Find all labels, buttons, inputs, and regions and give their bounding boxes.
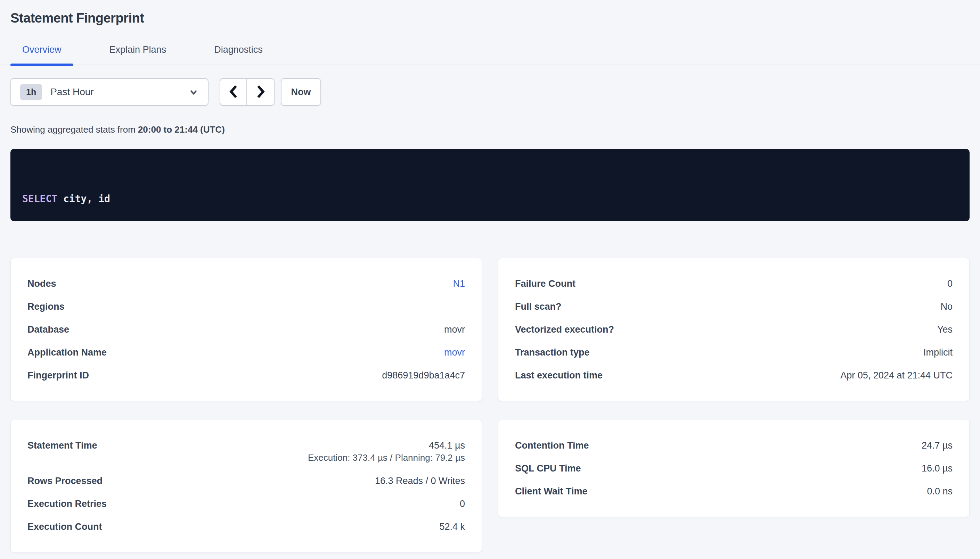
now-button[interactable]: Now xyxy=(281,78,321,106)
active-tab-underline xyxy=(10,63,73,66)
tab-explain-plans[interactable]: Explain Plans xyxy=(98,44,178,64)
previous-interval-button[interactable] xyxy=(221,79,247,105)
row-label: Fingerprint ID xyxy=(27,369,89,381)
chevron-right-icon xyxy=(254,84,267,100)
table-row: Vectorized execution? Yes xyxy=(515,318,953,341)
sql-statement-box: SELECT city, id FROM vehicles WHERE city… xyxy=(10,149,970,221)
row-label: Execution Count xyxy=(27,521,102,533)
row-value: Apr 05, 2024 at 21:44 UTC xyxy=(840,369,953,381)
summary-card-right: Failure Count 0 Full scan? No Vectorized… xyxy=(498,258,970,401)
row-label: Execution Retries xyxy=(27,498,107,510)
table-row: SQL CPU Time 16.0 µs xyxy=(515,457,953,480)
tab-bar: Overview Explain Plans Diagnostics xyxy=(0,44,980,65)
timing-card-left: Statement Time 454.1 µs Execution: 373.4… xyxy=(10,420,482,552)
table-row: Application Name movr xyxy=(27,341,465,364)
row-label: Vectorized execution? xyxy=(515,324,614,336)
aggregated-stats-caption: Showing aggregated stats from20:00 to 21… xyxy=(10,124,970,135)
time-controls: 1h Past Hour Now xyxy=(10,78,970,106)
table-row: Full scan? No xyxy=(515,295,953,318)
table-row: Client Wait Time 0.0 ns xyxy=(515,480,953,503)
tab-diagnostics-label: Diagnostics xyxy=(214,45,263,55)
row-value: 16.3 Reads / 0 Writes xyxy=(375,475,465,487)
row-label: Nodes xyxy=(27,278,56,289)
page-title: Statement Fingerprint xyxy=(10,9,970,27)
row-label: Client Wait Time xyxy=(515,485,588,497)
row-label: Contention Time xyxy=(515,440,589,452)
tab-diagnostics[interactable]: Diagnostics xyxy=(202,44,275,64)
row-value: 0 xyxy=(947,278,953,289)
row-label: Full scan? xyxy=(515,301,562,313)
summary-cards-grid: Nodes N1 Regions Database movr Applicati… xyxy=(10,258,970,552)
table-row: Execution Count 52.4 k xyxy=(27,515,465,538)
sql-keyword: SELECT xyxy=(22,193,57,205)
table-row: Statement Time 454.1 µs Execution: 373.4… xyxy=(27,434,465,470)
time-range-label: Past Hour xyxy=(50,86,94,98)
row-value: Yes xyxy=(937,324,953,336)
table-row: Fingerprint ID d986919d9ba1a4c7 xyxy=(27,364,465,387)
table-row: Regions xyxy=(27,295,465,318)
row-value: 0 xyxy=(460,498,465,510)
tab-overview-label: Overview xyxy=(22,45,61,55)
row-subvalue: Execution: 373.4 µs / Planning: 79.2 µs xyxy=(308,452,465,464)
sql-text: city, id xyxy=(57,193,110,205)
table-row: Transaction type Implicit xyxy=(515,341,953,364)
tab-explain-plans-label: Explain Plans xyxy=(109,45,166,55)
row-label: Failure Count xyxy=(515,278,575,289)
chevron-left-icon xyxy=(227,84,240,100)
row-value: 454.1 µs xyxy=(429,440,465,452)
tab-overview[interactable]: Overview xyxy=(10,44,73,64)
table-row: Execution Retries 0 xyxy=(27,492,465,515)
row-value: 0.0 ns xyxy=(927,485,953,497)
table-row: Failure Count 0 xyxy=(515,272,953,295)
row-value: d986919d9ba1a4c7 xyxy=(382,369,465,381)
row-label: Regions xyxy=(27,301,65,313)
caption-time-range: 20:00 to 21:44 (UTC) xyxy=(138,124,225,135)
row-value: No xyxy=(940,301,953,313)
application-name-link[interactable]: movr xyxy=(444,347,465,358)
row-label: Statement Time xyxy=(27,440,97,452)
next-interval-button[interactable] xyxy=(247,79,274,105)
summary-card-left: Nodes N1 Regions Database movr Applicati… xyxy=(10,258,482,401)
row-label: Rows Processed xyxy=(27,475,103,487)
table-row: Database movr xyxy=(27,318,465,341)
row-label: Database xyxy=(27,324,69,336)
row-value: 24.7 µs xyxy=(922,440,953,452)
row-value: Implicit xyxy=(924,347,953,358)
table-row: Rows Processed 16.3 Reads / 0 Writes xyxy=(27,470,465,492)
row-label: SQL CPU Time xyxy=(515,463,581,474)
timing-card-right: Contention Time 24.7 µs SQL CPU Time 16.… xyxy=(498,420,970,517)
chevron-down-icon xyxy=(188,87,199,97)
now-button-label: Now xyxy=(291,87,311,98)
sql-line: SELECT city, id xyxy=(22,191,958,206)
time-interval-badge: 1h xyxy=(20,84,42,100)
time-pager xyxy=(220,78,275,106)
row-value: 52.4 k xyxy=(439,521,465,533)
row-label: Last execution time xyxy=(515,369,603,381)
table-row: Nodes N1 xyxy=(27,272,465,295)
table-row: Last execution time Apr 05, 2024 at 21:4… xyxy=(515,364,953,387)
caption-prefix: Showing aggregated stats from xyxy=(10,124,136,135)
row-label: Application Name xyxy=(27,347,107,358)
nodes-link[interactable]: N1 xyxy=(453,278,465,289)
time-range-select[interactable]: 1h Past Hour xyxy=(10,78,209,106)
statement-fingerprint-page: Statement Fingerprint Overview Explain P… xyxy=(0,0,980,559)
row-value: movr xyxy=(444,324,465,336)
row-value: 16.0 µs xyxy=(922,463,953,474)
row-label: Transaction type xyxy=(515,347,590,358)
table-row: Contention Time 24.7 µs xyxy=(515,434,953,457)
